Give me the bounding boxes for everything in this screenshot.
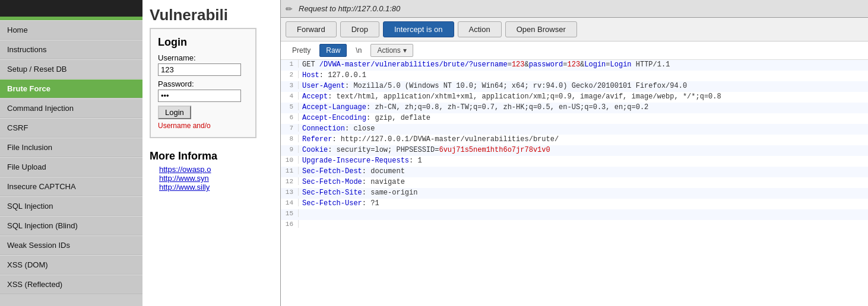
line-number: 8: [281, 135, 299, 142]
sidebar-item-file-upload[interactable]: File Upload: [0, 157, 142, 177]
main-links: https://owasp.ohttp://www.synhttp://www.…: [150, 165, 273, 192]
line-number: 12: [281, 177, 299, 185]
line-part: =: [606, 60, 610, 69]
password-label: Password:: [158, 79, 248, 88]
line-number: 3: [281, 81, 299, 89]
line-content: Accept: text/html, application/xhtml+xml…: [302, 92, 868, 101]
line-number: 1: [281, 60, 299, 68]
request-line: 10Upgrade-Insecure-Requests: 1: [281, 156, 868, 167]
line-part: : zh-CN, zh;q=0.8, zh-TW;q=0.7, zh-HK;q=…: [366, 103, 648, 111]
request-line: 11Sec-Fetch-Dest: document: [281, 167, 868, 177]
main-content-area: Vulnerabili Login Username: Password: Lo…: [142, 0, 280, 306]
request-line: 9Cookie: security=low; PHPSESSID=6vuj71s…: [281, 145, 868, 156]
request-line: 5Accept-Language: zh-CN, zh;q=0.8, zh-TW…: [281, 103, 868, 113]
line-part: : document: [362, 167, 405, 176]
request-line: 6Accept-Encoding: gzip, deflate: [281, 113, 868, 124]
line-part: Login: [584, 60, 606, 69]
info-link[interactable]: http://www.silly: [159, 183, 273, 192]
line-number: 5: [281, 103, 299, 110]
page-title: Vulnerabili: [150, 0, 273, 28]
chevron-down-icon: ▾: [403, 46, 407, 55]
line-part: : close: [345, 125, 375, 133]
burp-url-bar: ✏ Request to http://127.0.0.1:80: [281, 0, 868, 18]
line-part: Sec-Fetch-Dest: [302, 167, 362, 176]
line-content: Connection: close: [302, 124, 868, 133]
login-button[interactable]: Login: [158, 106, 191, 119]
line-part: Accept-Language: [302, 103, 366, 111]
line-part: =: [508, 60, 512, 69]
line-number: 15: [281, 209, 299, 217]
sidebar-item-insecure-captcha[interactable]: Insecure CAPTCHA: [0, 177, 142, 196]
info-link[interactable]: http://www.syn: [159, 174, 273, 183]
line-content: Sec-Fetch-User: ?1: [302, 199, 868, 208]
actions-dropdown[interactable]: Actions ▾: [370, 44, 413, 57]
sidebar-item-home[interactable]: Home: [0, 20, 142, 40]
request-line: 16: [281, 220, 868, 231]
actions-label: Actions: [377, 46, 400, 55]
line-part: GET: [302, 60, 319, 69]
line-content: [302, 209, 868, 219]
line-part: =: [563, 60, 567, 69]
sidebar-item-setup-reset[interactable]: Setup / Reset DB: [0, 59, 142, 79]
line-content: Cookie: security=low; PHPSESSID=6vuj71s5…: [302, 145, 868, 155]
line-part: HTTP/1.1: [632, 60, 670, 69]
line-content: Accept-Encoding: gzip, deflate: [302, 113, 868, 123]
request-line: 13Sec-Fetch-Site: same-origin: [281, 188, 868, 199]
line-part: Login: [610, 60, 632, 69]
line-part: : text/html, application/xhtml+xml, appl…: [328, 93, 721, 101]
sidebar: HomeInstructionsSetup / Reset DBBrute Fo…: [0, 0, 142, 306]
action-button[interactable]: Action: [458, 21, 502, 37]
info-link[interactable]: https://owasp.o: [159, 165, 273, 174]
line-part: : ?1: [362, 199, 379, 208]
line-content: Accept-Language: zh-CN, zh;q=0.8, zh-TW;…: [302, 103, 868, 112]
password-input[interactable]: [158, 90, 241, 102]
request-line: 2Host: 127.0.0.1: [281, 71, 868, 81]
line-number: 4: [281, 92, 299, 100]
sidebar-item-sql-injection-blind[interactable]: SQL Injection (Blind): [0, 216, 142, 235]
line-part: : security=low; PHPSESSID=: [328, 146, 439, 154]
pretty-button[interactable]: Pretty: [286, 44, 317, 57]
raw-button[interactable]: Raw: [319, 44, 347, 57]
sidebar-item-brute-force[interactable]: Brute Force: [0, 79, 142, 98]
line-number: 9: [281, 145, 299, 153]
username-input[interactable]: [158, 63, 241, 76]
line-part: 6vuj71s5nem1hth6o7jr78v1v0: [439, 146, 550, 154]
request-line: 7Connection: close: [281, 124, 868, 135]
line-number: 7: [281, 124, 299, 132]
forward-button[interactable]: Forward: [286, 21, 337, 37]
open-browser-button[interactable]: Open Browser: [505, 21, 577, 37]
line-part: Upgrade-Insecure-Requests: [302, 157, 409, 165]
sidebar-item-weak-session-ids[interactable]: Weak Session IDs: [0, 235, 142, 255]
sidebar-item-file-inclusion[interactable]: File Inclusion: [0, 138, 142, 157]
request-content: 1GET /DVWA-master/vulnerabilities/brute/…: [281, 60, 868, 306]
sidebar-item-instructions[interactable]: Instructions: [0, 40, 142, 59]
sidebar-item-xss-dom[interactable]: XSS (DOM): [0, 255, 142, 275]
request-line: 3User-Agent: Mozilla/5.0 (Windows NT 10.…: [281, 81, 868, 92]
line-part: : gzip, deflate: [366, 114, 430, 122]
drop-button[interactable]: Drop: [340, 21, 379, 37]
line-part: : Mozilla/5.0 (Windows NT 10.0; Win64; x…: [345, 82, 687, 90]
line-content: [302, 220, 868, 230]
intercept-on-button[interactable]: Intercept is on: [383, 21, 454, 37]
sidebar-item-xss-reflected[interactable]: XSS (Reflected): [0, 275, 142, 294]
newline-button[interactable]: \n: [349, 44, 368, 57]
line-content: Referer: http://127.0.0.1/DVWA-master/vu…: [302, 135, 868, 144]
line-part: 123: [512, 60, 525, 69]
request-line: 4Accept: text/html, application/xhtml+xm…: [281, 92, 868, 103]
sidebar-item-command-injection[interactable]: Command Injection: [0, 98, 142, 118]
burp-pencil-icon: ✏: [286, 4, 293, 14]
line-part: : http://127.0.0.1/DVWA-master/vulnerabi…: [332, 135, 559, 144]
line-part: Connection: [302, 125, 345, 133]
line-part: /DVWA-master/vulnerabilities/brute/?: [319, 60, 473, 69]
line-part: Cookie: [302, 146, 328, 154]
login-error: Username and/o: [158, 122, 248, 130]
line-part: : navigate: [362, 178, 405, 186]
sidebar-item-sql-injection[interactable]: SQL Injection: [0, 196, 142, 216]
line-content: GET /DVWA-master/vulnerabilities/brute/?…: [302, 60, 868, 69]
sidebar-item-csrf[interactable]: CSRF: [0, 118, 142, 138]
line-part: username: [473, 60, 508, 69]
line-part: Host: [302, 71, 319, 79]
line-part: Accept: [302, 93, 328, 101]
sidebar-items: HomeInstructionsSetup / Reset DBBrute Fo…: [0, 20, 142, 294]
line-part: Accept-Encoding: [302, 114, 366, 122]
